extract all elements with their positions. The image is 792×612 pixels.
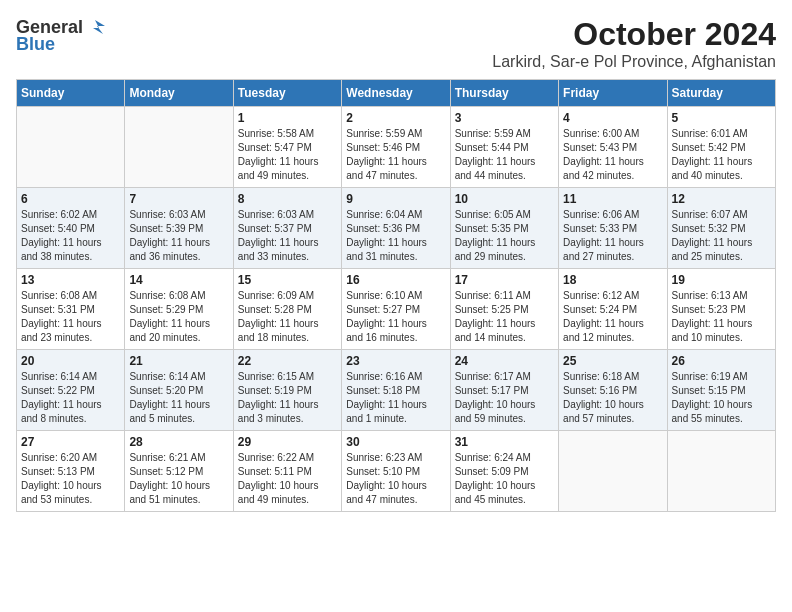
day-info: Sunrise: 6:04 AM Sunset: 5:36 PM Dayligh… <box>346 208 445 264</box>
calendar-day-cell: 25Sunrise: 6:18 AM Sunset: 5:16 PM Dayli… <box>559 350 667 431</box>
col-thursday: Thursday <box>450 80 558 107</box>
calendar-day-cell: 30Sunrise: 6:23 AM Sunset: 5:10 PM Dayli… <box>342 431 450 512</box>
day-number: 14 <box>129 273 228 287</box>
day-info: Sunrise: 6:17 AM Sunset: 5:17 PM Dayligh… <box>455 370 554 426</box>
header: General Blue October 2024 Larkird, Sar-e… <box>16 16 776 71</box>
calendar-week-row: 6Sunrise: 6:02 AM Sunset: 5:40 PM Daylig… <box>17 188 776 269</box>
day-info: Sunrise: 6:20 AM Sunset: 5:13 PM Dayligh… <box>21 451 120 507</box>
calendar-day-cell <box>125 107 233 188</box>
day-info: Sunrise: 6:00 AM Sunset: 5:43 PM Dayligh… <box>563 127 662 183</box>
calendar-day-cell: 20Sunrise: 6:14 AM Sunset: 5:22 PM Dayli… <box>17 350 125 431</box>
calendar-day-cell: 16Sunrise: 6:10 AM Sunset: 5:27 PM Dayli… <box>342 269 450 350</box>
day-number: 20 <box>21 354 120 368</box>
day-number: 12 <box>672 192 771 206</box>
day-number: 15 <box>238 273 337 287</box>
day-number: 11 <box>563 192 662 206</box>
day-info: Sunrise: 6:12 AM Sunset: 5:24 PM Dayligh… <box>563 289 662 345</box>
calendar-day-cell: 27Sunrise: 6:20 AM Sunset: 5:13 PM Dayli… <box>17 431 125 512</box>
day-info: Sunrise: 6:15 AM Sunset: 5:19 PM Dayligh… <box>238 370 337 426</box>
calendar-day-cell: 22Sunrise: 6:15 AM Sunset: 5:19 PM Dayli… <box>233 350 341 431</box>
day-number: 22 <box>238 354 337 368</box>
calendar-week-row: 1Sunrise: 5:58 AM Sunset: 5:47 PM Daylig… <box>17 107 776 188</box>
day-info: Sunrise: 6:24 AM Sunset: 5:09 PM Dayligh… <box>455 451 554 507</box>
logo-blue: Blue <box>16 34 55 55</box>
col-saturday: Saturday <box>667 80 775 107</box>
day-number: 28 <box>129 435 228 449</box>
day-info: Sunrise: 6:02 AM Sunset: 5:40 PM Dayligh… <box>21 208 120 264</box>
day-info: Sunrise: 6:14 AM Sunset: 5:20 PM Dayligh… <box>129 370 228 426</box>
day-info: Sunrise: 6:10 AM Sunset: 5:27 PM Dayligh… <box>346 289 445 345</box>
calendar-day-cell: 12Sunrise: 6:07 AM Sunset: 5:32 PM Dayli… <box>667 188 775 269</box>
day-number: 13 <box>21 273 120 287</box>
calendar-day-cell: 18Sunrise: 6:12 AM Sunset: 5:24 PM Dayli… <box>559 269 667 350</box>
calendar-day-cell: 31Sunrise: 6:24 AM Sunset: 5:09 PM Dayli… <box>450 431 558 512</box>
calendar: Sunday Monday Tuesday Wednesday Thursday… <box>16 79 776 512</box>
calendar-day-cell: 14Sunrise: 6:08 AM Sunset: 5:29 PM Dayli… <box>125 269 233 350</box>
col-wednesday: Wednesday <box>342 80 450 107</box>
day-info: Sunrise: 6:13 AM Sunset: 5:23 PM Dayligh… <box>672 289 771 345</box>
day-info: Sunrise: 5:59 AM Sunset: 5:46 PM Dayligh… <box>346 127 445 183</box>
calendar-header-row: Sunday Monday Tuesday Wednesday Thursday… <box>17 80 776 107</box>
calendar-day-cell <box>667 431 775 512</box>
day-info: Sunrise: 6:08 AM Sunset: 5:29 PM Dayligh… <box>129 289 228 345</box>
svg-marker-0 <box>93 20 105 34</box>
calendar-day-cell: 2Sunrise: 5:59 AM Sunset: 5:46 PM Daylig… <box>342 107 450 188</box>
day-info: Sunrise: 6:19 AM Sunset: 5:15 PM Dayligh… <box>672 370 771 426</box>
day-number: 30 <box>346 435 445 449</box>
day-info: Sunrise: 6:07 AM Sunset: 5:32 PM Dayligh… <box>672 208 771 264</box>
calendar-week-row: 13Sunrise: 6:08 AM Sunset: 5:31 PM Dayli… <box>17 269 776 350</box>
location-title: Larkird, Sar-e Pol Province, Afghanistan <box>492 53 776 71</box>
calendar-week-row: 20Sunrise: 6:14 AM Sunset: 5:22 PM Dayli… <box>17 350 776 431</box>
day-number: 25 <box>563 354 662 368</box>
calendar-day-cell: 19Sunrise: 6:13 AM Sunset: 5:23 PM Dayli… <box>667 269 775 350</box>
col-monday: Monday <box>125 80 233 107</box>
calendar-day-cell: 15Sunrise: 6:09 AM Sunset: 5:28 PM Dayli… <box>233 269 341 350</box>
day-number: 8 <box>238 192 337 206</box>
day-number: 17 <box>455 273 554 287</box>
day-info: Sunrise: 6:03 AM Sunset: 5:39 PM Dayligh… <box>129 208 228 264</box>
day-info: Sunrise: 6:01 AM Sunset: 5:42 PM Dayligh… <box>672 127 771 183</box>
month-title: October 2024 <box>492 16 776 53</box>
day-info: Sunrise: 6:11 AM Sunset: 5:25 PM Dayligh… <box>455 289 554 345</box>
calendar-day-cell: 21Sunrise: 6:14 AM Sunset: 5:20 PM Dayli… <box>125 350 233 431</box>
day-info: Sunrise: 6:09 AM Sunset: 5:28 PM Dayligh… <box>238 289 337 345</box>
day-number: 1 <box>238 111 337 125</box>
day-info: Sunrise: 6:05 AM Sunset: 5:35 PM Dayligh… <box>455 208 554 264</box>
day-number: 9 <box>346 192 445 206</box>
day-number: 16 <box>346 273 445 287</box>
day-info: Sunrise: 5:58 AM Sunset: 5:47 PM Dayligh… <box>238 127 337 183</box>
calendar-day-cell: 5Sunrise: 6:01 AM Sunset: 5:42 PM Daylig… <box>667 107 775 188</box>
day-number: 26 <box>672 354 771 368</box>
calendar-day-cell <box>17 107 125 188</box>
calendar-day-cell: 11Sunrise: 6:06 AM Sunset: 5:33 PM Dayli… <box>559 188 667 269</box>
calendar-day-cell: 17Sunrise: 6:11 AM Sunset: 5:25 PM Dayli… <box>450 269 558 350</box>
day-info: Sunrise: 6:21 AM Sunset: 5:12 PM Dayligh… <box>129 451 228 507</box>
calendar-day-cell: 7Sunrise: 6:03 AM Sunset: 5:39 PM Daylig… <box>125 188 233 269</box>
calendar-day-cell: 24Sunrise: 6:17 AM Sunset: 5:17 PM Dayli… <box>450 350 558 431</box>
calendar-day-cell: 29Sunrise: 6:22 AM Sunset: 5:11 PM Dayli… <box>233 431 341 512</box>
day-number: 23 <box>346 354 445 368</box>
day-number: 2 <box>346 111 445 125</box>
day-info: Sunrise: 6:23 AM Sunset: 5:10 PM Dayligh… <box>346 451 445 507</box>
day-number: 7 <box>129 192 228 206</box>
calendar-day-cell: 26Sunrise: 6:19 AM Sunset: 5:15 PM Dayli… <box>667 350 775 431</box>
day-number: 6 <box>21 192 120 206</box>
title-area: October 2024 Larkird, Sar-e Pol Province… <box>492 16 776 71</box>
day-number: 19 <box>672 273 771 287</box>
day-number: 18 <box>563 273 662 287</box>
day-info: Sunrise: 6:06 AM Sunset: 5:33 PM Dayligh… <box>563 208 662 264</box>
day-info: Sunrise: 6:08 AM Sunset: 5:31 PM Dayligh… <box>21 289 120 345</box>
calendar-day-cell: 9Sunrise: 6:04 AM Sunset: 5:36 PM Daylig… <box>342 188 450 269</box>
calendar-day-cell: 28Sunrise: 6:21 AM Sunset: 5:12 PM Dayli… <box>125 431 233 512</box>
day-number: 21 <box>129 354 228 368</box>
logo: General Blue <box>16 16 107 55</box>
day-number: 24 <box>455 354 554 368</box>
logo-bird-icon <box>85 16 107 38</box>
calendar-day-cell: 6Sunrise: 6:02 AM Sunset: 5:40 PM Daylig… <box>17 188 125 269</box>
day-number: 27 <box>21 435 120 449</box>
day-number: 31 <box>455 435 554 449</box>
calendar-day-cell: 4Sunrise: 6:00 AM Sunset: 5:43 PM Daylig… <box>559 107 667 188</box>
day-info: Sunrise: 6:14 AM Sunset: 5:22 PM Dayligh… <box>21 370 120 426</box>
day-number: 29 <box>238 435 337 449</box>
day-info: Sunrise: 6:16 AM Sunset: 5:18 PM Dayligh… <box>346 370 445 426</box>
